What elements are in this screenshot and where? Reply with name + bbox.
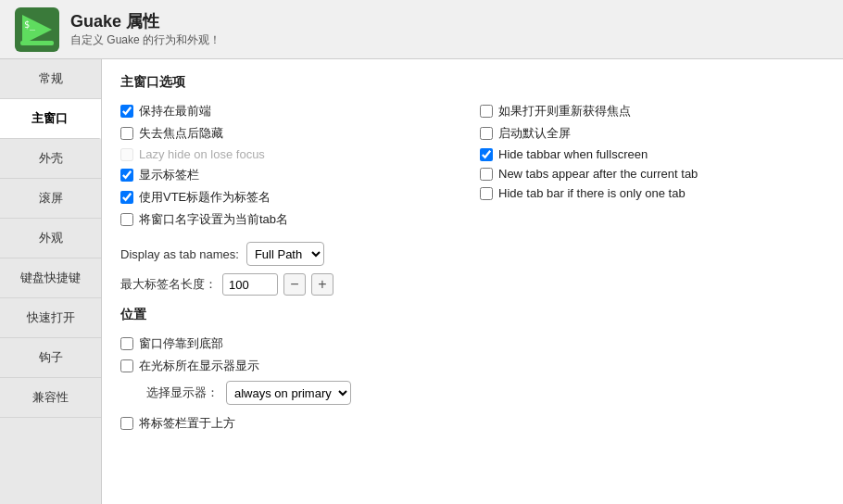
sidebar-item-general[interactable]: 常规: [0, 59, 101, 99]
content-panel: 主窗口选项 保持在最前端 失去焦点后隐藏 Lazy hide on lose f…: [102, 59, 843, 504]
section1-title: 主窗口选项: [120, 74, 824, 91]
checkbox-new-tab-after: New tabs appear after the current tab: [480, 164, 824, 183]
select-display-label: 选择显示器：: [146, 384, 219, 401]
hide-tabbar-one-label: Hide tab bar if there is only one tab: [498, 186, 686, 200]
refocus-checkbox[interactable]: [480, 105, 493, 118]
main-layout: 常规 主窗口 外壳 滚屏 外观 键盘快捷键 快速打开 钩子 兼容性 主窗口选项: [0, 59, 843, 504]
decrement-button[interactable]: −: [283, 273, 306, 296]
app-icon: $_: [15, 7, 59, 52]
max-tab-name-row: 最大标签名长度： − +: [120, 273, 824, 296]
tabbar-top-checkbox[interactable]: [120, 417, 133, 430]
fullscreen-checkbox[interactable]: [480, 127, 493, 140]
lazy-hide-checkbox: [120, 148, 133, 161]
checkbox-fullscreen: 启动默认全屏: [480, 122, 824, 145]
display-cursor-label: 在光标所在显示器显示: [139, 358, 259, 374]
checkbox-hide-tabbar-fullscreen: Hide tabbar when fullscreen: [480, 145, 824, 164]
max-tab-name-label: 最大标签名长度：: [120, 276, 217, 293]
sidebar-item-main-window[interactable]: 主窗口: [0, 99, 101, 139]
section2-title: 位置: [120, 307, 824, 323]
sidebar-item-scroll[interactable]: 滚屏: [0, 179, 101, 219]
svg-rect-2: [20, 41, 54, 45]
new-tab-after-checkbox[interactable]: [480, 168, 493, 181]
checkbox-keep-top: 保持在最前端: [120, 100, 465, 122]
hide-focus-checkbox[interactable]: [120, 127, 133, 140]
sidebar-item-hooks[interactable]: 钩子: [0, 338, 101, 378]
hide-tabbar-fs-label: Hide tabbar when fullscreen: [498, 147, 648, 161]
hide-tabbar-fs-checkbox[interactable]: [480, 148, 493, 161]
increment-button[interactable]: +: [311, 273, 333, 296]
sidebar-item-keyboard[interactable]: 键盘快捷键: [0, 258, 101, 298]
keep-top-checkbox[interactable]: [120, 105, 133, 118]
keep-top-label: 保持在最前端: [139, 103, 211, 120]
left-checkboxes: 保持在最前端 失去焦点后隐藏 Lazy hide on lose focus 显…: [120, 100, 465, 231]
show-tabbar-label: 显示标签栏: [139, 167, 199, 183]
dock-bottom-label: 窗口停靠到底部: [139, 335, 223, 352]
sidebar-item-shell[interactable]: 外壳: [0, 139, 101, 179]
display-tab-names-row: Display as tab names: Full Path Filename…: [120, 242, 824, 266]
refocus-label: 如果打开则重新获得焦点: [498, 103, 631, 120]
position-section: 位置 窗口停靠到底部 在光标所在显示器显示 选择显示器： always on p…: [120, 307, 824, 435]
sidebar-item-compat[interactable]: 兼容性: [0, 378, 101, 418]
checkbox-show-tabbar: 显示标签栏: [120, 164, 465, 186]
checkbox-refocus: 如果打开则重新获得焦点: [480, 100, 824, 122]
display-tab-names-label: Display as tab names:: [120, 247, 239, 261]
svg-text:$_: $_: [24, 19, 36, 31]
right-checkboxes: 如果打开则重新获得焦点 启动默认全屏 Hide tabbar when full…: [480, 100, 824, 231]
checkbox-hide-on-focus: 失去焦点后隐藏: [120, 122, 465, 145]
fullscreen-label: 启动默认全屏: [498, 125, 571, 142]
header: $_ Guake 属性 自定义 Guake 的行为和外观！: [0, 0, 843, 59]
checkbox-tabbar-top: 将标签栏置于上方: [120, 412, 824, 435]
sidebar: 常规 主窗口 外壳 滚屏 外观 键盘快捷键 快速打开 钩子 兼容性: [0, 59, 102, 504]
lazy-hide-label: Lazy hide on lose focus: [139, 147, 265, 161]
use-vte-checkbox[interactable]: [120, 191, 133, 204]
show-tabbar-checkbox[interactable]: [120, 169, 133, 182]
checkbox-set-window-name: 将窗口名字设置为当前tab名: [120, 208, 465, 231]
select-display-row: 选择显示器： always on primary Monitor 1 Monit…: [146, 381, 824, 405]
tabbar-top-label: 将标签栏置于上方: [139, 415, 235, 432]
checkbox-use-vte: 使用VTE标题作为标签名: [120, 186, 465, 208]
set-window-name-checkbox[interactable]: [120, 213, 133, 226]
app-title: Guake 属性: [70, 10, 220, 32]
header-text: Guake 属性 自定义 Guake 的行为和外观！: [70, 10, 220, 48]
app-subtitle: 自定义 Guake 的行为和外观！: [70, 32, 220, 48]
display-tab-names-select[interactable]: Full Path Filename Title: [246, 242, 324, 266]
new-tab-after-label: New tabs appear after the current tab: [498, 167, 698, 181]
set-window-name-label: 将窗口名字设置为当前tab名: [139, 211, 288, 228]
sidebar-item-quick-open[interactable]: 快速打开: [0, 298, 101, 338]
checkbox-dock-bottom: 窗口停靠到底部: [120, 333, 824, 355]
checkbox-lazy-hide: Lazy hide on lose focus: [120, 145, 465, 164]
select-display-select[interactable]: always on primary Monitor 1 Monitor 2: [226, 381, 351, 405]
sidebar-item-appearance[interactable]: 外观: [0, 219, 101, 258]
use-vte-label: 使用VTE标题作为标签名: [139, 189, 271, 206]
hide-focus-label: 失去焦点后隐藏: [139, 125, 223, 142]
hide-tabbar-one-checkbox[interactable]: [480, 187, 493, 200]
checkbox-hide-tabbar-one: Hide tab bar if there is only one tab: [480, 183, 824, 203]
checkbox-display-at-cursor: 在光标所在显示器显示: [120, 355, 824, 377]
display-cursor-checkbox[interactable]: [120, 359, 133, 372]
checkboxes-grid: 保持在最前端 失去焦点后隐藏 Lazy hide on lose focus 显…: [120, 100, 824, 231]
max-tab-name-input[interactable]: [222, 273, 278, 296]
dock-bottom-checkbox[interactable]: [120, 337, 133, 350]
